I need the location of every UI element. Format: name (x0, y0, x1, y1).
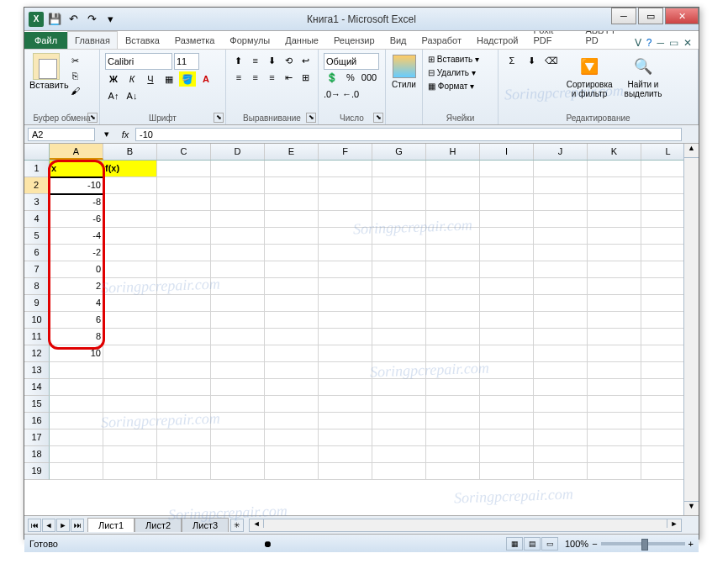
format-painter-button[interactable]: 🖌 (66, 83, 83, 98)
cell[interactable] (534, 345, 588, 362)
row-header[interactable]: 16 (24, 413, 50, 429)
cell[interactable] (211, 379, 265, 396)
format-cells-button[interactable]: ▦ Формат ▾ (428, 80, 493, 93)
cell[interactable] (211, 261, 265, 278)
cell[interactable] (50, 379, 103, 396)
cell[interactable] (265, 463, 319, 480)
cell[interactable] (426, 329, 480, 345)
increase-decimal-icon[interactable]: .0→ (324, 87, 340, 102)
cell[interactable] (50, 463, 103, 480)
cell[interactable] (426, 211, 480, 228)
cell[interactable] (103, 413, 157, 429)
cell[interactable] (372, 278, 426, 295)
cell[interactable] (534, 429, 588, 446)
cell[interactable] (372, 161, 426, 177)
cell[interactable] (372, 379, 426, 396)
cell[interactable] (157, 463, 211, 480)
cell[interactable] (211, 463, 265, 480)
row-header[interactable]: 9 (24, 295, 50, 312)
cell[interactable] (426, 261, 480, 278)
cell[interactable] (372, 345, 426, 362)
cell[interactable] (319, 379, 372, 396)
cell[interactable] (211, 177, 265, 194)
zoom-slider[interactable] (601, 542, 685, 545)
cell[interactable] (480, 396, 534, 413)
tab-layout[interactable]: Разметка (167, 31, 223, 49)
delete-cells-button[interactable]: ⊟ Удалить ▾ (428, 66, 493, 80)
align-middle-icon[interactable]: ≡ (248, 53, 263, 68)
cell[interactable] (211, 362, 265, 379)
insert-cells-button[interactable]: ⊞ Вставить ▾ (428, 53, 493, 66)
cell[interactable] (426, 228, 480, 245)
cell[interactable]: -8 (50, 194, 103, 211)
cell[interactable] (319, 261, 372, 278)
cell[interactable] (534, 278, 588, 295)
cell[interactable] (319, 413, 372, 429)
cell[interactable] (265, 194, 319, 211)
cell[interactable] (103, 379, 157, 396)
cell[interactable] (103, 396, 157, 413)
cell[interactable] (588, 362, 641, 379)
sheet-nav-last-icon[interactable]: ⏭ (71, 519, 84, 532)
horizontal-scrollbar[interactable] (249, 519, 682, 532)
cell[interactable]: -4 (50, 228, 103, 245)
tab-data[interactable]: Данные (277, 31, 326, 49)
cell[interactable] (480, 312, 534, 329)
zoom-level[interactable]: 100% (565, 539, 588, 549)
cell[interactable] (265, 429, 319, 446)
sheet-tab-3[interactable]: Лист3 (182, 518, 229, 532)
name-box[interactable] (28, 128, 95, 141)
border-button[interactable]: ▦ (161, 71, 177, 87)
row-header[interactable]: 7 (24, 261, 50, 278)
cell[interactable] (50, 413, 103, 429)
name-box-dropdown-icon[interactable]: ▾ (98, 127, 115, 142)
cell[interactable] (103, 295, 157, 312)
column-header[interactable]: A (50, 144, 103, 160)
cell[interactable] (319, 345, 372, 362)
cell[interactable] (426, 245, 480, 261)
cell[interactable] (588, 295, 641, 312)
cell[interactable] (426, 161, 480, 177)
cell[interactable] (265, 261, 319, 278)
cell[interactable] (534, 463, 588, 480)
tab-insert[interactable]: Вставка (118, 31, 167, 49)
cell[interactable] (426, 362, 480, 379)
styles-button[interactable]: Стили (391, 53, 417, 91)
cell[interactable] (103, 245, 157, 261)
row-header[interactable]: 6 (24, 245, 50, 261)
cell[interactable] (534, 177, 588, 194)
cell[interactable] (211, 345, 265, 362)
italic-button[interactable]: К (124, 71, 140, 87)
cell[interactable] (534, 228, 588, 245)
cell[interactable] (480, 362, 534, 379)
cell[interactable] (480, 345, 534, 362)
cell[interactable] (534, 261, 588, 278)
number-dialog-icon[interactable]: ⬊ (373, 113, 383, 123)
cell[interactable] (211, 429, 265, 446)
normal-view-icon[interactable]: ▦ (506, 537, 523, 551)
select-all-corner[interactable] (24, 144, 50, 160)
autosum-icon[interactable]: Σ (504, 53, 520, 68)
spreadsheet-grid[interactable]: ABCDEFGHIJKL 1xf(x)2-103-84-65-46-270829… (24, 144, 699, 515)
cell[interactable] (372, 463, 426, 480)
cell[interactable] (426, 312, 480, 329)
cell[interactable] (265, 446, 319, 463)
cell[interactable] (211, 312, 265, 329)
cell[interactable] (480, 245, 534, 261)
alignment-dialog-icon[interactable]: ⬊ (306, 113, 316, 123)
row-header[interactable]: 5 (24, 228, 50, 245)
cell[interactable] (157, 228, 211, 245)
row-header[interactable]: 15 (24, 396, 50, 413)
column-header[interactable]: G (372, 144, 426, 160)
cell[interactable] (588, 194, 641, 211)
cell[interactable] (103, 362, 157, 379)
row-header[interactable]: 2 (24, 177, 50, 194)
cell[interactable] (372, 396, 426, 413)
cell[interactable] (588, 446, 641, 463)
cell[interactable] (157, 429, 211, 446)
cell[interactable] (211, 211, 265, 228)
cell[interactable] (372, 177, 426, 194)
cell[interactable] (103, 177, 157, 194)
maximize-button[interactable]: ▭ (638, 8, 663, 24)
vertical-scrollbar[interactable] (683, 144, 699, 515)
